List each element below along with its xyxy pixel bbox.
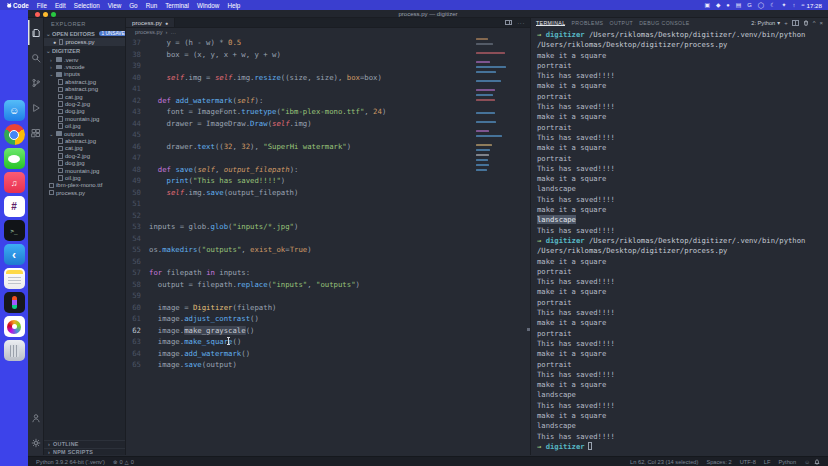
menu-edit[interactable]: Edit [55,2,66,9]
record-dot-icon[interactable]: ● [726,2,730,8]
settings-gear-icon[interactable] [28,430,44,455]
panel-tab-problems[interactable]: PROBLEMS [571,20,603,26]
menubar-clock[interactable]: 17:28 [807,2,822,9]
screen-mirroring-icon[interactable]: ▣ [704,2,709,8]
run-and-debug-icon[interactable] [28,95,44,120]
dock-terminal-icon[interactable] [4,220,25,241]
language-mode[interactable]: Python [778,459,796,465]
feedback-smiley-icon[interactable]: ☺ [804,459,810,465]
dock-finder-icon[interactable] [4,100,25,121]
dropbox-icon[interactable]: ◆ [716,2,720,8]
tree-item-cat-jpg[interactable]: cat.jpg [44,145,125,152]
menu-help[interactable]: Help [227,2,240,9]
menu-selection[interactable]: Selection [74,2,100,9]
section-npm-scripts[interactable]: ›NPM SCRIPTS [44,448,125,456]
code-line: 62 image.make_grayscale() [126,325,530,337]
section-outline[interactable]: ›OUTLINE [44,440,125,448]
eol[interactable]: LF [764,459,771,465]
tree-item-label: abstract.jpg [65,79,96,85]
dock-chrome-icon[interactable] [4,124,25,145]
menu-run[interactable]: Run [146,2,158,9]
kill-terminal-icon[interactable] [803,20,809,26]
tree-item--venv[interactable]: ›.venv [44,56,125,63]
upload-icon[interactable]: ↑ [792,2,795,8]
tree-item-dog-jpg[interactable]: dog.jpg [44,159,125,166]
encoding[interactable]: UTF-8 [740,459,756,465]
problems-status[interactable]: ⊗ 0 △ 0 [113,459,134,465]
workspace-header[interactable]: ⌄ DIGITIZER [44,46,125,55]
tree-item-dog-2-jpg[interactable]: dog-2.jpg [44,100,125,107]
battery-icon[interactable]: ▤ [736,2,741,8]
menu-terminal[interactable]: Terminal [165,2,189,9]
dock-notes-icon[interactable] [4,268,25,289]
dock-messages-icon[interactable] [4,148,25,169]
menu-view[interactable]: View [108,2,122,9]
tab-process-py[interactable]: process.py ● [126,18,175,27]
dock-music-icon[interactable] [4,172,25,193]
more-actions-icon[interactable]: ··· [517,20,525,26]
tree-item-mountain-jpg[interactable]: mountain.jpg [44,115,125,122]
wifi-icon[interactable]: ≈ [801,2,804,8]
tree-item-dog-2-jpg[interactable]: dog-2.jpg [44,152,125,159]
new-terminal-icon[interactable]: + [784,20,788,26]
terminal-output[interactable]: → digitizer /Users/riklomas/Desktop/digi… [531,28,828,455]
panel-tab-debug-console[interactable]: DEBUG CONSOLE [639,20,689,26]
menu-code[interactable]: Code [13,2,29,9]
dock-photos-icon[interactable] [4,316,25,337]
code-area[interactable]: 37 y = (h - w) * 0.538 box = (x, y, x + … [126,35,530,455]
close-panel-icon[interactable]: × [819,20,823,26]
moon-icon[interactable]: ☾ [770,2,775,8]
tree-item-abstract-png[interactable]: abstract.png [44,86,125,93]
indentation[interactable]: Spaces: 2 [706,459,731,465]
dock-vscode-icon[interactable] [4,244,25,265]
split-terminal-icon[interactable] [792,20,799,26]
account-icon[interactable] [28,405,44,430]
panel-tab-terminal[interactable]: TERMINAL [536,20,565,26]
tree-item-oil-jpg[interactable]: oil.jpg [44,174,125,181]
tree-item-abstract-jpg[interactable]: abstract.jpg [44,78,125,85]
minimize-window-button[interactable] [43,12,48,17]
close-window-button[interactable] [35,12,40,17]
extensions-icon[interactable] [28,120,44,145]
tree-item-mountain-jpg[interactable]: mountain.jpg [44,167,125,174]
menu-go[interactable]: Go [129,2,137,9]
tree-item-ibm-plex-mono-ttf[interactable]: ibm-plex-mono.ttf [44,182,125,189]
open-editors-header[interactable]: ⌄ OPEN EDITORS 1 UNSAVED [44,29,125,38]
source-control-icon[interactable] [28,70,44,95]
cursor-position[interactable]: Ln 62, Col 23 (14 selected) [630,459,698,465]
minimap[interactable] [476,37,524,173]
notifications-bell-icon[interactable] [814,459,820,465]
code-line: 42 def add_watermark(self): [126,95,530,107]
line-number: 58 [126,279,141,291]
circle-status-icon[interactable]: ◯ [758,2,765,8]
dock-trash-icon[interactable] [4,340,25,361]
tree-item-cat-jpg[interactable]: cat.jpg [44,93,125,100]
search-icon[interactable] [28,45,44,70]
menu-file[interactable]: File [37,2,47,9]
tree-item-outputs[interactable]: ⌄outputs [44,130,125,137]
dock-slack-icon[interactable] [4,196,25,217]
window-titlebar[interactable]: process.py — digitizer [28,10,828,18]
menu-window[interactable]: Window [197,2,219,9]
tree-item-dog-jpg[interactable]: dog.jpg [44,108,125,115]
dock-figma-icon[interactable] [4,292,25,313]
apple-logo-icon[interactable] [6,2,13,9]
tree-item-inputs[interactable]: ⌄inputs [44,71,125,78]
tree-item-process-py[interactable]: process.py [44,189,125,196]
breadcrumb-file[interactable]: process.py [135,29,163,35]
maximize-window-button[interactable] [51,12,56,17]
tree-item--vscode[interactable]: ›.vscode [44,63,125,70]
python-interpreter[interactable]: Python 3.9.2 64-bit ('.venv') [36,459,105,465]
maximize-panel-icon[interactable]: ^ [813,20,816,26]
tree-item-abstract-jpg[interactable]: abstract.jpg [44,137,125,144]
google-account-icon[interactable]: G [747,2,752,8]
tree-item-oil-jpg[interactable]: oil.jpg [44,123,125,130]
spotlight-icon[interactable]: ✦ [782,2,787,8]
open-editor-process-py[interactable]: ● process.py [44,38,125,46]
split-editor-icon[interactable] [505,20,512,26]
terminal-selector[interactable]: 2: Python ▾ [751,20,780,26]
line-number: 61 [126,313,141,325]
panel-tab-output[interactable]: OUTPUT [609,20,633,26]
explorer-icon[interactable] [28,20,44,45]
breadcrumb[interactable]: process.py › … [126,28,530,35]
